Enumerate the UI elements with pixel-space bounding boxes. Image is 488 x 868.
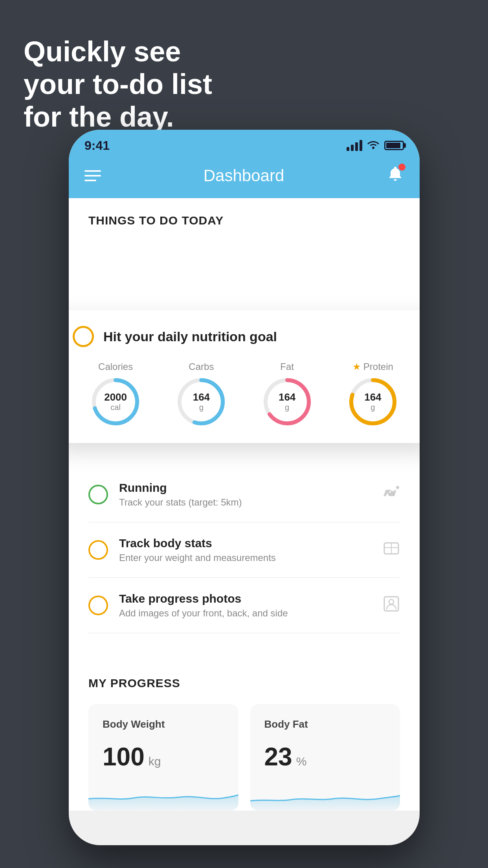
body-weight-card: Body Weight 100 kg [88, 704, 238, 811]
fat-ring: 164 g [262, 376, 313, 427]
person-icon [383, 595, 400, 616]
card-header: Hit your daily nutrition goal [73, 326, 416, 347]
photos-circle [88, 596, 108, 615]
headline-line2: your to-do list [24, 68, 212, 101]
running-text: Running Track your stats (target: 5km) [119, 481, 372, 508]
photos-desc: Add images of your front, back, and side [119, 608, 372, 619]
status-icons [347, 139, 404, 152]
progress-title: MY PROGRESS [88, 677, 400, 690]
running-name: Running [119, 481, 372, 495]
nav-title: Dashboard [204, 166, 284, 185]
nutrition-calories: Calories 2000 cal [90, 361, 141, 427]
task-circle-icon [73, 326, 94, 347]
fat-unit: g [285, 403, 289, 412]
star-icon: ★ [352, 361, 361, 372]
photos-text: Take progress photos Add images of your … [119, 592, 372, 619]
protein-value: 164 [364, 392, 381, 403]
card-title: Hit your daily nutrition goal [103, 329, 277, 344]
signal-icon [347, 140, 362, 151]
things-to-do-section: THINGS TO DO TODAY [69, 198, 420, 235]
body-fat-card: Body Fat 23 % [250, 704, 400, 811]
headline-line1: Quickly see [24, 35, 212, 68]
body-weight-number: 100 [103, 742, 145, 771]
hamburger-menu[interactable] [84, 170, 101, 181]
body-stats-desc: Enter your weight and measurements [119, 552, 372, 563]
body-stats-name: Track body stats [119, 537, 372, 550]
section-title: THINGS TO DO TODAY [88, 214, 224, 227]
calories-value: 2000 [104, 392, 127, 403]
status-time: 9:41 [84, 138, 110, 153]
nav-bar: Dashboard [69, 157, 420, 198]
running-circle [88, 485, 108, 504]
body-fat-title: Body Fat [264, 718, 386, 730]
notification-dot [398, 164, 405, 171]
carbs-label: Carbs [189, 361, 214, 372]
nutrition-fat: Fat 164 g [262, 361, 313, 427]
body-fat-value-container: 23 % [264, 742, 386, 771]
todo-item-photos[interactable]: Take progress photos Add images of your … [88, 578, 400, 633]
progress-cards: Body Weight 100 kg [88, 704, 400, 811]
fat-label: Fat [280, 361, 294, 372]
running-icon [383, 486, 400, 504]
carbs-value: 164 [193, 392, 210, 403]
svg-point-12 [389, 600, 394, 604]
nutrition-grid: Calories 2000 cal [73, 361, 416, 427]
nutrition-carbs: Carbs 164 g [176, 361, 227, 427]
carbs-unit: g [199, 403, 204, 412]
headline-line3: for the day. [24, 101, 212, 133]
body-weight-value-container: 100 kg [103, 742, 224, 771]
photos-name: Take progress photos [119, 592, 372, 605]
body-weight-chart [88, 779, 238, 811]
body-stats-text: Track body stats Enter your weight and m… [119, 537, 372, 563]
protein-ring: 164 g [347, 376, 398, 427]
todo-list: Running Track your stats (target: 5km) T… [69, 467, 420, 633]
todo-item-body-stats[interactable]: Track body stats Enter your weight and m… [88, 522, 400, 578]
calories-unit: cal [110, 403, 121, 412]
notification-bell-icon[interactable] [387, 165, 404, 186]
body-fat-chart [250, 779, 400, 811]
protein-label: ★ Protein [352, 361, 393, 372]
body-fat-number: 23 [264, 742, 292, 771]
body-fat-unit: % [296, 755, 307, 768]
body-stats-circle [88, 540, 108, 560]
protein-unit: g [371, 403, 375, 412]
todo-item-running[interactable]: Running Track your stats (target: 5km) [88, 467, 400, 522]
running-desc: Track your stats (target: 5km) [119, 497, 372, 508]
body-weight-unit: kg [149, 755, 161, 768]
body-weight-title: Body Weight [103, 718, 224, 730]
calories-label: Calories [98, 361, 133, 372]
nutrition-protein: ★ Protein 164 g [347, 361, 398, 427]
wifi-icon [367, 139, 380, 152]
progress-section: MY PROGRESS Body Weight 100 kg [69, 657, 420, 811]
nutrition-card: Hit your daily nutrition goal Calories [69, 310, 420, 443]
battery-icon [384, 141, 404, 150]
carbs-ring: 164 g [176, 376, 227, 427]
calories-ring: 2000 cal [90, 376, 141, 427]
fat-value: 164 [279, 392, 295, 403]
phone-mockup: 9:41 [69, 130, 420, 845]
status-bar: 9:41 [69, 130, 420, 157]
app-content: THINGS TO DO TODAY Hit your daily nutrit… [69, 198, 420, 811]
scale-icon [383, 540, 400, 561]
headline: Quickly see your to-do list for the day. [24, 35, 212, 133]
